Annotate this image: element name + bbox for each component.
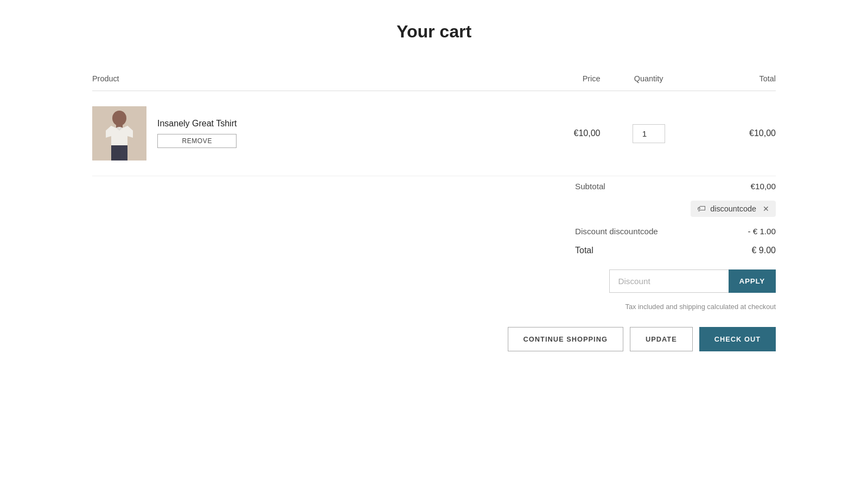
subtotal-row: Subtotal €10,00 [575,182,776,191]
quantity-input[interactable] [633,124,665,143]
col-header-total: Total [697,74,776,91]
table-row: Insanely Great Tshirt REMOVE €10,00 €10,… [92,91,776,176]
apply-button[interactable]: APPLY [729,269,776,293]
tax-note: Tax included and shipping calculated at … [626,303,776,311]
remove-discount-icon[interactable]: ✕ [763,204,769,213]
cart-actions: CONTINUE SHOPPING UPDATE CHECK OUT [92,327,776,351]
subtotal-value: €10,00 [732,182,776,191]
discount-value: - € 1.00 [732,227,776,236]
discount-label: Discount discountcode [575,227,658,236]
discount-code-label: discountcode [710,204,756,213]
col-header-price: Price [521,74,600,91]
col-header-quantity: Quantity [601,74,697,91]
discount-input[interactable] [609,269,729,293]
cart-summary: Subtotal €10,00 🏷 discountcode ✕ Discoun… [92,182,776,311]
checkout-button[interactable]: CHECK OUT [699,327,776,351]
product-total: €10,00 [749,129,776,138]
product-name: Insanely Great Tshirt [157,119,237,129]
svg-point-2 [112,111,126,126]
col-header-product: Product [92,74,521,91]
update-button[interactable]: UPDATE [630,327,693,351]
subtotal-label: Subtotal [575,182,605,191]
tag-icon: 🏷 [697,204,706,214]
svg-rect-5 [111,145,118,160]
discount-badge: 🏷 discountcode ✕ [691,201,776,217]
total-value: € 9.00 [732,246,776,255]
continue-shopping-button[interactable]: CONTINUE SHOPPING [508,327,623,351]
discount-section: APPLY [609,269,776,293]
discount-row: Discount discountcode - € 1.00 [575,227,776,236]
remove-button[interactable]: REMOVE [157,134,237,148]
cart-table: Product Price Quantity Total [92,74,776,176]
total-label: Total [575,246,593,255]
product-cell: Insanely Great Tshirt REMOVE [92,106,521,160]
page-title: Your cart [92,22,776,42]
product-info: Insanely Great Tshirt REMOVE [157,119,237,148]
product-price: €10,00 [574,129,601,138]
total-row: Total € 9.00 [575,246,776,255]
discount-badge-row: 🏷 discountcode ✕ [575,201,776,217]
product-image [92,106,146,160]
svg-rect-6 [120,145,127,160]
